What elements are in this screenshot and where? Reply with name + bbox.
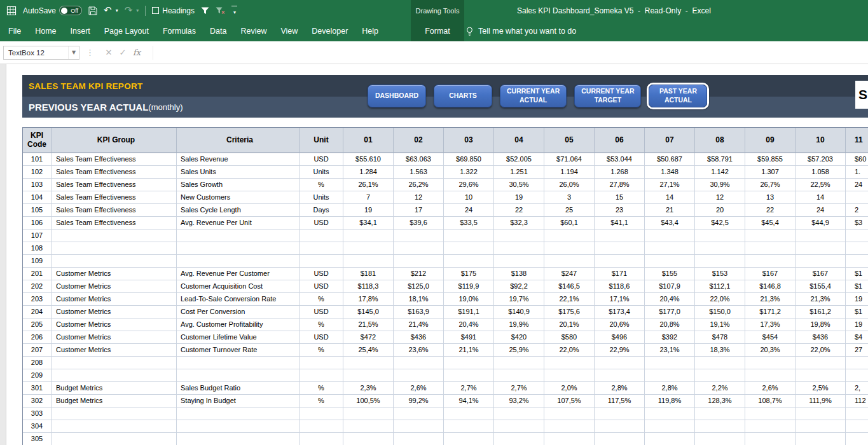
cell-value[interactable]: 128,3% [695, 395, 745, 407]
cell-unit[interactable] [300, 229, 343, 242]
cell-value[interactable]: $436 [394, 331, 444, 344]
cell-kpi-group[interactable] [52, 369, 177, 382]
cell-value[interactable]: 24 [796, 204, 846, 217]
cell-criteria[interactable] [177, 357, 300, 369]
cell-value[interactable]: $58.791 [695, 153, 745, 166]
cell-value[interactable] [745, 407, 796, 420]
cell-value[interactable]: $107,9 [645, 280, 695, 293]
cell-value[interactable]: $155 [645, 268, 695, 280]
cell-value[interactable]: 1.142 [695, 166, 745, 179]
cell-value[interactable] [544, 420, 595, 433]
cell-value[interactable] [796, 369, 846, 382]
cell-value[interactable]: $181 [343, 268, 394, 280]
cell-value[interactable] [595, 407, 645, 420]
cell-value[interactable]: $42,5 [695, 217, 745, 229]
cell-value[interactable]: 18,3% [695, 344, 745, 357]
cell-value[interactable] [846, 229, 868, 242]
cell-value[interactable] [394, 420, 444, 433]
col-header-unit[interactable]: Unit [300, 128, 343, 153]
cell-value[interactable] [343, 242, 394, 255]
save-button[interactable] [88, 6, 97, 15]
cell-value[interactable]: 23 [595, 204, 645, 217]
headings-checkbox-control[interactable]: Headings [152, 6, 195, 15]
cell-kpi-code[interactable]: 206 [23, 331, 52, 344]
cell-unit[interactable]: USD [300, 153, 343, 166]
cell-value[interactable]: 19 [846, 293, 868, 306]
col-header-month-01[interactable]: 01 [343, 128, 394, 153]
cell-value[interactable] [645, 420, 695, 433]
cell-value[interactable]: 17 [394, 204, 444, 217]
cell-value[interactable]: $146,8 [745, 280, 796, 293]
cell-kpi-group[interactable]: Sales Team Effectiveness [52, 179, 177, 191]
cell-value[interactable] [394, 229, 444, 242]
col-header-kpi-group[interactable]: KPI Group [52, 128, 177, 153]
cell-value[interactable]: 2,2% [695, 382, 745, 395]
cell-value[interactable]: 2,7% [494, 382, 544, 395]
cell-criteria[interactable]: Sales Units [177, 166, 300, 179]
cell-value[interactable]: 25 [544, 204, 595, 217]
cell-value[interactable]: $69.850 [444, 153, 494, 166]
cell-value[interactable] [494, 369, 544, 382]
cell-criteria[interactable] [177, 229, 300, 242]
cell-value[interactable]: 2,8% [645, 382, 695, 395]
col-header-month-08[interactable]: 08 [695, 128, 745, 153]
cell-kpi-code[interactable]: 301 [23, 382, 52, 395]
ribbon-tab-formulas[interactable]: Formulas [156, 21, 203, 41]
cell-value[interactable]: $50.687 [645, 153, 695, 166]
cell-value[interactable]: 30,9% [695, 179, 745, 191]
cell-value[interactable]: 21,3% [745, 293, 796, 306]
cell-value[interactable]: $1 [846, 280, 868, 293]
cell-value[interactable] [745, 433, 796, 445]
cell-value[interactable] [494, 407, 544, 420]
cell-kpi-code[interactable]: 204 [23, 306, 52, 318]
cell-value[interactable]: 107,5% [544, 395, 595, 407]
cell-value[interactable]: 12 [394, 191, 444, 204]
cell-kpi-code[interactable]: 305 [23, 433, 52, 445]
nav-button-current-year-actual[interactable]: CURRENT YEAR ACTUAL [500, 85, 567, 107]
cell-value[interactable]: $60 [846, 153, 868, 166]
cell-value[interactable]: 22,0% [544, 344, 595, 357]
cell-kpi-group[interactable]: Budget Metrics [52, 382, 177, 395]
cell-criteria[interactable]: Staying In Budget [177, 395, 300, 407]
cell-value[interactable]: $3 [846, 217, 868, 229]
cell-value[interactable]: $140,9 [494, 306, 544, 318]
cell-value[interactable] [846, 369, 868, 382]
cell-value[interactable] [544, 255, 595, 268]
cell-value[interactable]: $454 [745, 331, 796, 344]
cell-value[interactable]: 2,3% [343, 382, 394, 395]
cell-value[interactable] [394, 357, 444, 369]
cell-value[interactable]: 2,6% [394, 382, 444, 395]
cell-value[interactable]: 20,4% [645, 293, 695, 306]
cell-value[interactable]: $155,4 [796, 280, 846, 293]
cell-value[interactable]: 2,7% [444, 382, 494, 395]
cell-value[interactable]: 24 [444, 204, 494, 217]
cell-value[interactable]: 19,0% [444, 293, 494, 306]
cell-criteria[interactable] [177, 433, 300, 445]
cell-value[interactable] [796, 229, 846, 242]
cell-value[interactable]: 21,3% [796, 293, 846, 306]
autosave-control[interactable]: AutoSave Off [23, 6, 82, 15]
cell-kpi-code[interactable]: 107 [23, 229, 52, 242]
cell-value[interactable]: $112,1 [695, 280, 745, 293]
cell-value[interactable] [796, 407, 846, 420]
cell-value[interactable] [343, 433, 394, 445]
chevron-down-icon[interactable]: ▼ [68, 46, 79, 59]
col-header-month-04[interactable]: 04 [494, 128, 544, 153]
cell-value[interactable] [745, 369, 796, 382]
cell-value[interactable] [444, 357, 494, 369]
cell-kpi-code[interactable]: 201 [23, 268, 52, 280]
cell-kpi-group[interactable]: Customer Metrics [52, 293, 177, 306]
cell-value[interactable]: 17,3% [745, 318, 796, 331]
nav-button-charts[interactable]: CHARTS [434, 85, 492, 107]
cell-value[interactable] [595, 420, 645, 433]
cell-value[interactable]: 2, [846, 382, 868, 395]
tell-me-box[interactable]: Tell me what you want to do [465, 21, 576, 41]
cell-value[interactable]: 23,6% [394, 344, 444, 357]
cell-value[interactable]: 17,1% [595, 293, 645, 306]
ribbon-tab-page-layout[interactable]: Page Layout [97, 21, 156, 41]
cell-value[interactable]: $171 [595, 268, 645, 280]
cell-unit[interactable]: Units [300, 191, 343, 204]
cell-value[interactable] [343, 229, 394, 242]
cell-value[interactable]: $191,1 [444, 306, 494, 318]
cell-value[interactable]: 22,0% [796, 344, 846, 357]
